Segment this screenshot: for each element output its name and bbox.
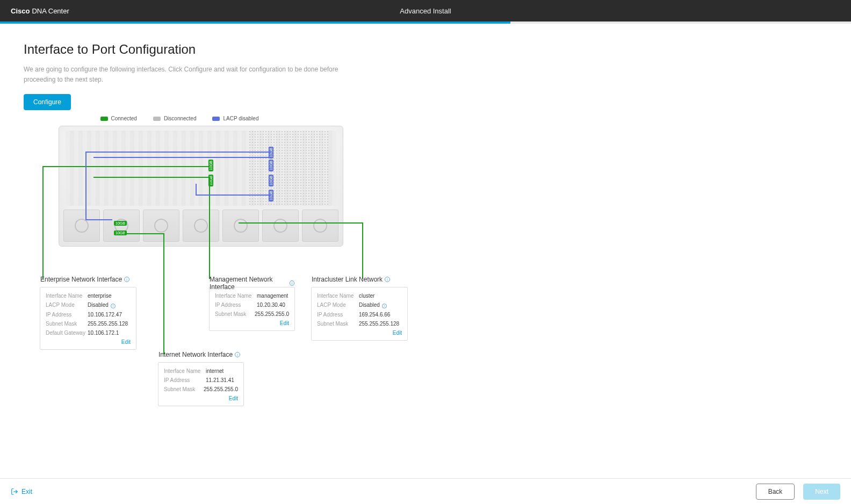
info-icon[interactable]: i	[111, 304, 116, 308]
lacp-line	[85, 152, 86, 220]
port-badge-10gb: 10GB	[114, 221, 127, 226]
edit-link-management[interactable]: Edit	[215, 320, 289, 326]
field-row: Subnet Mask255.255.255.128	[46, 321, 131, 327]
next-button: Next	[803, 484, 840, 500]
wizard-progress-fill	[0, 21, 510, 24]
psu-slot-icon	[103, 210, 140, 242]
field-row: IP Address10.106.172.47	[46, 312, 131, 318]
field-row: Subnet Mask255.255.255.0	[164, 386, 238, 392]
info-icon[interactable]: i	[385, 277, 390, 282]
info-icon[interactable]: i	[290, 280, 294, 286]
conn-line-management	[209, 177, 210, 279]
field-row: Interface Namecluster	[317, 293, 402, 299]
lacp-line	[85, 219, 112, 220]
back-button[interactable]: Back	[756, 484, 795, 500]
field-row: Default Gateway10.106.172.1	[46, 330, 131, 336]
field-row: IP Address10.20.30.40	[215, 302, 289, 308]
conn-line-internet	[125, 233, 164, 234]
legend-lacp-disabled: LACP disabled	[212, 116, 258, 121]
field-row: Subnet Mask255.255.255.128	[317, 321, 402, 327]
lacp-line	[85, 152, 271, 153]
chassis-icon: 10GB 10GB 10GB 10GB 10GB 10GB 10GB 10GB	[59, 126, 343, 247]
card-internet: Internet Network Interfacei Interface Na…	[158, 362, 244, 406]
legend: Connected Disconnected LACP disabled	[24, 116, 335, 121]
psu-slot-icon	[63, 210, 100, 242]
swatch-connected-icon	[100, 117, 108, 121]
psu-slot-icon	[222, 210, 259, 242]
psu-slot-icon	[262, 210, 299, 242]
configure-button[interactable]: Configure	[24, 94, 71, 110]
lacp-line	[196, 184, 197, 196]
wizard-progress-bar	[0, 21, 851, 24]
swatch-disconnected-icon	[153, 117, 161, 121]
lacp-line	[196, 195, 271, 196]
swatch-lacp-disabled-icon	[212, 117, 220, 121]
conn-line-intracluster	[362, 222, 363, 279]
page-subtitle: We are going to configure the following …	[24, 64, 357, 84]
card-management: Management Network Interfacei Interface …	[209, 287, 295, 331]
field-row: Subnet Mask255.255.255.0	[215, 311, 289, 317]
footer-bar: Exit Back Next	[0, 478, 851, 504]
conn-line-internet	[163, 233, 164, 354]
card-enterprise: Enterprise Network Interfacei Interface …	[40, 287, 136, 350]
field-row: IP Address169.254.6.66	[317, 312, 402, 318]
psu-slot-icon	[183, 210, 219, 242]
conn-line-enterprise	[42, 166, 209, 167]
psu-slot-icon	[302, 210, 338, 242]
port-badge-10gb: 10GB	[208, 160, 213, 171]
wizard-step-label: Advanced Install	[400, 7, 451, 15]
top-bar: CiscoDNA Center Advanced Install	[0, 0, 851, 21]
conn-line-management	[93, 177, 209, 178]
conn-line-enterprise	[42, 166, 44, 279]
card-title-intracluster: Intracluster Link Networki	[312, 276, 390, 283]
brand-light: DNA Center	[32, 7, 69, 15]
port-badge-10gb: 10GB	[269, 160, 273, 171]
brand-bold: Cisco	[11, 7, 30, 15]
edit-link-enterprise[interactable]: Edit	[46, 339, 131, 345]
page-title: Interface to Port Configuration	[24, 42, 827, 57]
lacp-line	[93, 157, 271, 158]
port-badge-10gb: 10GB	[269, 175, 273, 186]
card-title-internet: Internet Network Interfacei	[158, 351, 240, 358]
info-icon[interactable]: i	[124, 277, 129, 282]
field-row: Interface Nameenterprise	[46, 293, 131, 299]
field-row: LACP ModeDisabledi	[317, 302, 402, 308]
info-icon[interactable]: i	[235, 352, 240, 357]
info-icon[interactable]: i	[382, 304, 387, 308]
legend-disconnected: Disconnected	[153, 116, 197, 121]
card-title-management: Management Network Interfacei	[210, 276, 294, 291]
card-title-enterprise: Enterprise Network Interfacei	[40, 276, 129, 283]
edit-link-intracluster[interactable]: Edit	[317, 330, 402, 336]
edit-link-internet[interactable]: Edit	[164, 395, 238, 401]
brand-logo: CiscoDNA Center	[11, 7, 69, 15]
exit-icon	[11, 488, 18, 495]
page-body: Interface to Port Configuration We are g…	[0, 24, 851, 478]
exit-button[interactable]: Exit	[11, 488, 32, 495]
legend-connected: Connected	[100, 116, 137, 121]
conn-line-intracluster	[239, 222, 362, 224]
psu-slot-icon	[143, 210, 179, 242]
chassis-diagram: 10GB 10GB 10GB 10GB 10GB 10GB 10GB 10GB	[40, 126, 459, 432]
field-row: Interface Nameinternet	[164, 368, 238, 374]
field-row: LACP ModeDisabledi	[46, 302, 131, 308]
card-intracluster: Intracluster Link Networki Interface Nam…	[311, 287, 408, 341]
field-row: Interface Namemanagement	[215, 293, 289, 299]
field-row: IP Address11.21.31.41	[164, 377, 238, 383]
